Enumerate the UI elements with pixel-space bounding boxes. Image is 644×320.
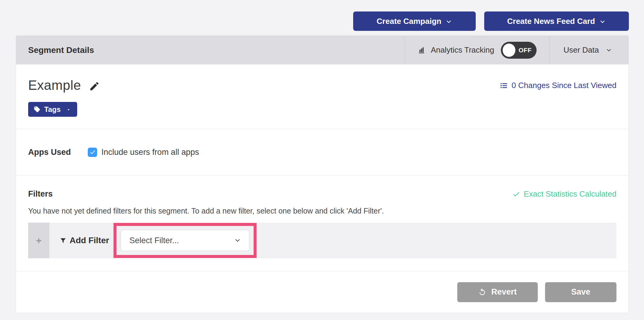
header-controls: Analytics Tracking OFF User Data xyxy=(405,36,629,64)
save-button[interactable]: Save xyxy=(545,282,616,302)
add-filter-row: + Add Filter Select Filter... xyxy=(28,223,616,258)
segment-name-section: Example 0 Changes Since Last Viewed Tags xyxy=(16,64,629,129)
apps-used-section: Apps Used Include users from all apps xyxy=(16,129,629,175)
changes-link-label: 0 Changes Since Last Viewed xyxy=(512,81,616,90)
apps-used-label: Apps Used xyxy=(28,148,71,157)
revert-button-label: Revert xyxy=(491,287,517,297)
include-all-apps-label: Include users from all apps xyxy=(101,148,199,157)
chevron-down-icon xyxy=(234,237,241,244)
chevron-down-icon xyxy=(606,47,612,54)
plus-icon: + xyxy=(36,235,42,246)
revert-icon xyxy=(478,288,486,296)
create-news-feed-label: Create News Feed Card xyxy=(507,17,595,26)
create-news-feed-card-button[interactable]: Create News Feed Card xyxy=(484,11,629,31)
tag-icon xyxy=(34,106,41,113)
card-footer: Revert Save xyxy=(16,271,629,313)
chevron-down-icon xyxy=(599,18,606,25)
list-icon xyxy=(500,82,508,90)
segment-details-card: Segment Details Analytics Tracking OFF U… xyxy=(16,35,629,313)
filters-label: Filters xyxy=(28,189,53,199)
segment-name: Example xyxy=(28,78,81,93)
add-filter-group-button[interactable]: + xyxy=(28,223,49,258)
exact-statistics-status: Exact Statistics Calculated xyxy=(512,189,616,199)
caret-down-icon xyxy=(66,107,71,112)
create-campaign-label: Create Campaign xyxy=(377,17,442,26)
card-header: Segment Details Analytics Tracking OFF U… xyxy=(16,36,629,64)
select-filter-placeholder: Select Filter... xyxy=(130,236,179,245)
save-button-label: Save xyxy=(571,287,590,297)
user-data-label: User Data xyxy=(564,45,599,55)
top-action-bar: Create Campaign Create News Feed Card xyxy=(0,0,644,35)
analytics-tracking-toggle[interactable]: OFF xyxy=(501,42,537,59)
chevron-down-icon xyxy=(445,18,452,25)
add-filter-button[interactable]: Add Filter xyxy=(60,236,109,245)
check-icon xyxy=(512,190,520,198)
analytics-tracking-label: Analytics Tracking xyxy=(431,45,494,55)
create-campaign-button[interactable]: Create Campaign xyxy=(353,11,476,31)
page-title: Segment Details xyxy=(16,36,94,64)
checkbox-checked[interactable] xyxy=(88,148,97,157)
changes-since-last-viewed-link[interactable]: 0 Changes Since Last Viewed xyxy=(500,81,616,90)
exact-statistics-label: Exact Statistics Calculated xyxy=(524,189,616,199)
tags-button[interactable]: Tags xyxy=(28,102,77,117)
filter-funnel-icon xyxy=(60,237,67,244)
filters-section: Filters Exact Statistics Calculated You … xyxy=(16,175,629,271)
annotation-highlight-box: Select Filter... xyxy=(113,223,257,258)
select-filter-dropdown[interactable]: Select Filter... xyxy=(121,230,249,251)
bar-chart-icon xyxy=(418,46,426,54)
analytics-tracking-cell: Analytics Tracking OFF xyxy=(405,36,549,64)
toggle-knob xyxy=(503,44,516,57)
revert-button[interactable]: Revert xyxy=(457,282,538,302)
add-filter-label: Add Filter xyxy=(70,236,109,245)
user-data-dropdown[interactable]: User Data xyxy=(549,36,629,64)
filters-description: You have not yet defined filters for thi… xyxy=(28,207,616,215)
segment-details-page: Create Campaign Create News Feed Card Se… xyxy=(0,0,644,320)
check-icon xyxy=(89,149,96,155)
toggle-state-label: OFF xyxy=(518,47,532,54)
include-all-apps-checkbox-row[interactable]: Include users from all apps xyxy=(88,148,199,157)
tags-button-label: Tags xyxy=(44,105,61,114)
edit-pencil-icon[interactable] xyxy=(89,81,100,92)
